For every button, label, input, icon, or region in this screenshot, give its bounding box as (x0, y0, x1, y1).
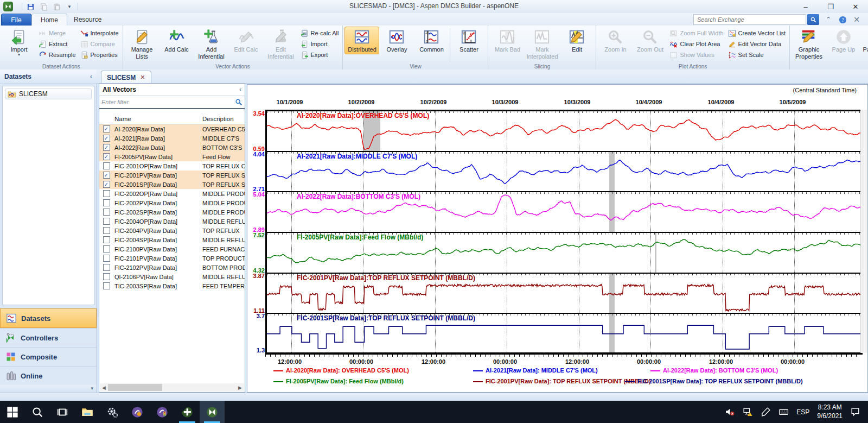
file-explorer-icon[interactable] (75, 401, 100, 423)
table-row[interactable]: FIC-2001OP[Raw Data]TOP REFLUX OUTP (99, 161, 245, 171)
edit-vector-data-button[interactable]: Edit Vector Data (726, 39, 788, 49)
chart-ai-2022[interactable]: AI-2022[Raw Data]:BOTTOM C3'S (MOL)5.042… (267, 192, 861, 233)
tab-file[interactable]: File (1, 14, 31, 27)
checkbox-checked[interactable]: ✓ (103, 181, 110, 188)
checkbox-unchecked[interactable] (103, 190, 110, 197)
vector-hscrollbar[interactable]: ◀ ▶ (100, 383, 244, 392)
notification-center-icon[interactable] (850, 407, 860, 417)
aspen-app1-icon[interactable] (125, 401, 150, 423)
compare-button[interactable]: Compare (78, 39, 121, 49)
sidebar-item-datasets[interactable]: Datasets (0, 308, 97, 328)
chart-fic-2001pv[interactable]: FIC-2001PV[Raw Data]:TOP REFLUX SETPOINT… (267, 274, 861, 314)
edit-button[interactable]: Edit (559, 27, 594, 54)
chart-fic-2001sp[interactable]: FIC-2001SP[Raw Data]:TOP REFLUX SETPOINT… (267, 314, 861, 355)
export-button[interactable]: Export (298, 49, 341, 60)
add-inferential-button[interactable]: Add Inferential (194, 27, 229, 61)
page-down-button[interactable]: Page Down (861, 27, 868, 54)
table-row[interactable]: QI-2106PV[Raw Data]MIDDLE REFLUX DU (99, 272, 245, 281)
checkbox-checked[interactable]: ✓ (103, 172, 110, 179)
checkbox-unchecked[interactable] (103, 209, 110, 216)
checkbox-unchecked[interactable] (103, 227, 110, 234)
page-up-button[interactable]: Page Up (826, 27, 861, 54)
sidebar-item-composite[interactable]: Composite (0, 347, 97, 366)
aspen-app2-icon[interactable] (150, 401, 175, 423)
document-tab[interactable]: SLICESM ✕ (101, 71, 151, 84)
filter-search-icon[interactable] (235, 98, 242, 106)
touch-keyboard-icon[interactable] (778, 407, 789, 417)
task-view-icon[interactable] (50, 401, 75, 423)
settings-icon[interactable] (100, 401, 125, 423)
interpolate-button[interactable]: Interpolate (78, 28, 121, 39)
checkbox-checked[interactable]: ✓ (103, 153, 110, 160)
column-description[interactable]: Description (200, 116, 245, 122)
checkbox-checked[interactable]: ✓ (103, 144, 110, 151)
close-button[interactable]: ✕ (843, 0, 868, 13)
table-row[interactable]: ✓AI-2021[Raw Data]MIDDLE C7'S (99, 134, 245, 143)
sidebar-collapse-icon[interactable]: ‹ (90, 73, 92, 80)
filter-input[interactable]: Enter filter (101, 99, 129, 105)
network-warning-icon[interactable] (743, 407, 753, 417)
common-button[interactable]: 100Common (414, 27, 449, 54)
checkbox-checked[interactable]: ✓ (103, 135, 110, 142)
table-row[interactable]: ✓FI-2005PV[Raw Data]Feed Flow (99, 152, 245, 161)
table-row[interactable]: ✓AI-2020[Raw Data]OVERHEAD C5'S (99, 124, 245, 134)
column-name[interactable]: Name (113, 116, 200, 122)
table-row[interactable]: FIC-2004PV[Raw Data]TOP REFLUX (99, 226, 245, 235)
chart-ai-2020[interactable]: AI-2020[Raw Data]:OVERHEAD C5'S (MOL)3.5… (267, 111, 861, 152)
table-row[interactable]: FIC-2102PV[Raw Data]BOTTOM PRODUC (99, 263, 245, 272)
taskbar-clock[interactable]: 8:23 AM 9/6/2021 (817, 403, 843, 420)
checkbox-unchecked[interactable] (103, 236, 110, 243)
taskbar-search-icon[interactable] (25, 401, 50, 423)
set-scale-button[interactable]: YSet Scale (726, 49, 788, 60)
extract-button[interactable]: Extract (36, 39, 78, 49)
mark-interpolated-button[interactable]: Mark Interpolated (525, 27, 559, 61)
checkbox-unchecked[interactable] (103, 245, 110, 252)
sidebar-item-controllers[interactable]: Controllers (0, 328, 97, 347)
scroll-left-icon[interactable]: ◀ (100, 385, 108, 390)
table-row[interactable]: FIC-2004OP[Raw Data]MIDDLE REFLUX OU (99, 217, 245, 226)
aspen-plus-app-icon[interactable] (175, 401, 200, 423)
add-calc-button[interactable]: Add Calc (159, 27, 194, 54)
scatter-button[interactable]: YXScatter (451, 27, 486, 54)
vector-panel-collapse-icon[interactable]: ‹ (239, 86, 241, 93)
import-button[interactable]: Import (298, 39, 341, 49)
graphic-properties-button[interactable]: Graphic Properties (792, 27, 826, 61)
tree-item-slicesm[interactable]: SLICESM (5, 89, 92, 99)
merge-button[interactable]: Merge (36, 28, 78, 39)
table-row[interactable]: FIC-2100PV[Raw Data]FEED FURNACE FU (99, 244, 245, 254)
pen-icon[interactable] (761, 407, 771, 417)
checkbox-unchecked[interactable] (103, 264, 110, 271)
tab-resource[interactable]: Resource (65, 14, 110, 26)
sidebar-item-online[interactable]: Online (0, 366, 97, 385)
table-row[interactable]: FIC-2002PV[Raw Data]MIDDLE PRODUCT (99, 198, 245, 207)
chart-fi-2005pv[interactable]: FI-2005PV[Raw Data]:Feed Flow (MBbl/d)7.… (267, 233, 861, 274)
zoom-out-button[interactable]: Zoom Out (633, 27, 667, 54)
search-exchange-input[interactable]: Search Exchange (693, 14, 806, 25)
sidebar-nav-chevron[interactable]: ▾ (0, 385, 97, 393)
checkbox-unchecked[interactable] (103, 218, 110, 225)
collapse-ribbon-icon[interactable]: ⌃ (824, 15, 833, 24)
plot-vscrollbar[interactable] (860, 110, 867, 353)
clear-plot-area-button[interactable]: Clear Plot Area (667, 39, 725, 49)
checkbox-unchecked[interactable] (103, 273, 110, 280)
checkbox-checked[interactable]: ✓ (103, 125, 110, 132)
search-icon[interactable] (807, 14, 819, 25)
charts-stack[interactable]: AI-2020[Raw Data]:OVERHEAD C5'S (MOL)3.5… (265, 110, 863, 355)
zoom-in-button[interactable]: Zoom In (598, 27, 633, 54)
table-row[interactable]: ✓FIC-2001SP[Raw Data]TOP REFLUX SETPO (99, 180, 245, 189)
help-icon[interactable]: ? (838, 15, 847, 24)
table-row[interactable]: ✓FIC-2001PV[Raw Data]TOP REFLUX SETPO (99, 171, 245, 180)
checkbox-unchecked[interactable] (103, 255, 110, 262)
import-button[interactable]: Import▾ (2, 27, 36, 58)
show-values-button[interactable]: Show Values (667, 49, 725, 60)
minimize-button[interactable]: – (793, 0, 818, 13)
table-row[interactable]: FIC-2101PV[Raw Data]TOP PRODUCT (99, 254, 245, 263)
edit-inferential-button[interactable]: Edit Inferential (264, 27, 298, 61)
volume-muted-icon[interactable] (725, 407, 735, 417)
mark-bad-button[interactable]: Mark Bad (490, 27, 525, 54)
edit-calc-button[interactable]: Edit Calc (229, 27, 264, 54)
checkbox-unchecked[interactable] (103, 282, 110, 289)
restore-button[interactable]: ❐ (818, 0, 843, 13)
scroll-thumb[interactable] (108, 384, 162, 391)
tab-close-icon[interactable]: ✕ (140, 74, 145, 81)
